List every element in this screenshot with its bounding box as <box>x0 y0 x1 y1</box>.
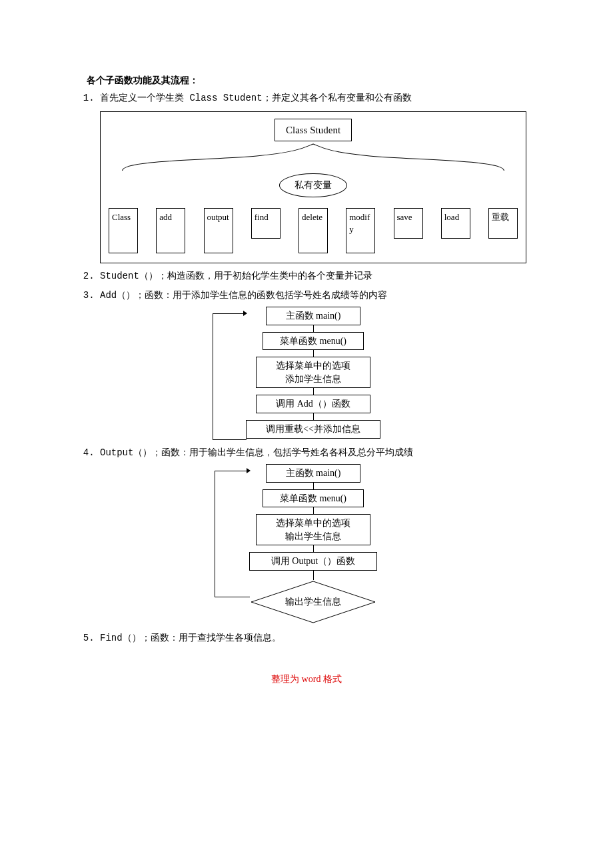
arrowhead-icon <box>243 311 247 316</box>
connector <box>313 388 314 395</box>
brace-icon <box>115 141 511 173</box>
section-heading: 各个子函数功能及其流程： <box>87 73 526 88</box>
list-item-text: Find（）；函数：用于查找学生各项信息。 <box>100 633 281 643</box>
list-item: Add（）；函数：用于添加学生信息的函数包括学号姓名成绩等的内容 主函数 mai… <box>100 288 526 439</box>
private-vars-oval: 私有变量 <box>279 173 347 197</box>
method-box-delete: delete <box>299 208 328 253</box>
flowchart-add: 主函数 main() 菜单函数 menu() 选择菜单中的选项 添加学生信息 调… <box>100 307 526 439</box>
connector <box>313 483 314 489</box>
oval-row: 私有变量 <box>109 173 518 208</box>
flow-box-menu: 菜单函数 menu() <box>263 332 364 351</box>
method-box-output: output <box>204 208 233 253</box>
connector <box>313 545 314 552</box>
method-box-find: find <box>251 208 281 239</box>
flow-box-line: 选择菜单中的选项 <box>263 517 363 530</box>
flow-box-overload: 调用重载<<并添加信息 <box>246 420 380 439</box>
diagram-top-row: Class Student <box>109 119 518 141</box>
list-item-text: 首先定义一个学生类 Class Student；并定义其各个私有变量和公有函数 <box>100 93 412 103</box>
connector <box>313 507 314 514</box>
class-diagram: Class Student 私有变量 Class add output find… <box>100 111 526 263</box>
connector <box>313 350 314 357</box>
flow-box-line: 添加学生信息 <box>263 373 363 386</box>
connector <box>313 325 314 332</box>
list-item: Output（）；函数：用于输出学生信息，包括学号姓名各科及总分平均成绩 主函数… <box>100 445 526 624</box>
method-box-add: add <box>156 208 185 253</box>
flow-box-call-output: 调用 Output（）函数 <box>249 552 377 571</box>
flowchart-output: 主函数 main() 菜单函数 menu() 选择菜单中的选项 输出学生信息 调… <box>100 464 526 624</box>
flow-box-select: 选择菜单中的选项 添加学生信息 <box>256 357 370 388</box>
methods-row: Class add output find delete modify save… <box>109 208 518 253</box>
flow-box-main: 主函数 main() <box>266 307 360 325</box>
loop-line <box>215 471 250 597</box>
ordered-list: 首先定义一个学生类 Class Student；并定义其各个私有变量和公有函数 … <box>100 91 526 645</box>
flowchart-column: 主函数 main() 菜单函数 menu() 选择菜单中的选项 输出学生信息 调… <box>249 464 377 624</box>
list-item: Find（）；函数：用于查找学生各项信息。 <box>100 631 526 645</box>
diamond-text: 输出学生信息 <box>250 580 376 624</box>
flow-box-main: 主函数 main() <box>266 464 360 483</box>
method-box-modify: modify <box>346 208 375 253</box>
flow-box-select: 选择菜单中的选项 输出学生信息 <box>256 514 370 545</box>
flow-box-line: 输出学生信息 <box>263 530 363 543</box>
method-box-overload: 重载 <box>488 208 518 239</box>
method-box-class: Class <box>109 208 138 253</box>
method-box-save: save <box>394 208 423 239</box>
list-item-text: Output（）；函数：用于输出学生信息，包括学号姓名各科及总分平均成绩 <box>100 447 413 458</box>
class-box: Class Student <box>275 119 352 141</box>
flow-box-line: 选择菜单中的选项 <box>263 359 363 373</box>
connector <box>313 413 314 420</box>
method-box-load: load <box>441 208 470 239</box>
connector <box>313 571 314 580</box>
arrowhead-icon <box>247 468 251 473</box>
footer-note: 整理为 word 格式 <box>87 672 526 687</box>
flow-box-menu: 菜单函数 menu() <box>263 489 364 508</box>
flow-box-call-add: 调用 Add（）函数 <box>256 395 370 413</box>
list-item-text: Student（）；构造函数，用于初始化学生类中的各个变量并记录 <box>100 271 372 281</box>
list-item-text: Add（）；函数：用于添加学生信息的函数包括学号姓名成绩等的内容 <box>100 290 387 301</box>
loop-line <box>213 313 247 440</box>
flowchart-column: 主函数 main() 菜单函数 menu() 选择菜单中的选项 添加学生信息 调… <box>246 307 380 439</box>
flow-diamond: 输出学生信息 <box>250 580 376 624</box>
list-item: Student（）；构造函数，用于初始化学生类中的各个变量并记录 <box>100 269 526 283</box>
list-item: 首先定义一个学生类 Class Student；并定义其各个私有变量和公有函数 … <box>100 91 526 263</box>
